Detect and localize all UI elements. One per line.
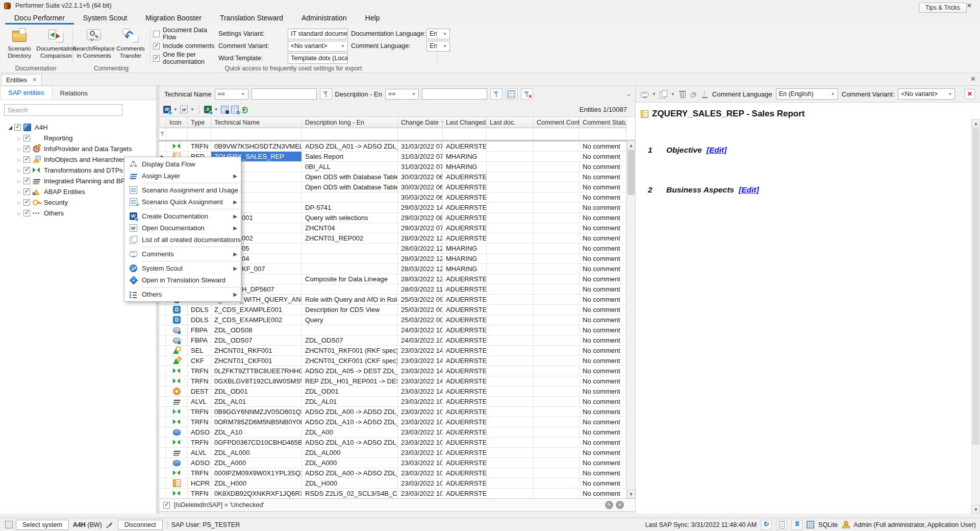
filter-operator-2-dropdown[interactable]: ==▼ xyxy=(385,89,419,100)
column-header-last-changed[interactable]: Last Changed... xyxy=(443,117,487,128)
tips-and-tricks-button[interactable]: Tips & Tricks xyxy=(919,3,967,13)
menu-tab-administration[interactable]: Administration xyxy=(292,12,356,25)
create-documentation-button[interactable] xyxy=(163,105,171,113)
menu-item-open-documentation[interactable]: Open Documentation▶ xyxy=(124,222,241,234)
row-expander[interactable] xyxy=(159,417,166,427)
filter-2-button[interactable] xyxy=(490,88,502,100)
filter-value-2-input[interactable] xyxy=(422,88,487,100)
chevron-down-icon[interactable]: ▼ xyxy=(671,92,675,96)
ribbon-button-comments-transfer[interactable]: Comments Transfer xyxy=(112,27,149,61)
pen-icon[interactable] xyxy=(106,521,114,528)
edit-filter-icon[interactable]: ✎ xyxy=(605,501,613,509)
expand-icon[interactable]: ▷ xyxy=(15,189,23,195)
row-expander[interactable] xyxy=(159,141,166,152)
row-expander[interactable] xyxy=(159,438,166,448)
checkbox-document-data-flow[interactable]: Document Data Flow xyxy=(153,27,215,41)
tab-entities[interactable]: Entities ✕ xyxy=(1,74,42,85)
filter-cell[interactable] xyxy=(487,128,534,140)
scroll-up-icon[interactable]: ▲ xyxy=(627,141,635,150)
ribbon-button-scenario-directory[interactable]: Scenario Directory xyxy=(1,27,38,61)
menu-tab-migration-booster[interactable]: Migration Booster xyxy=(136,12,211,25)
table-row[interactable]: HCPRZDL_H000ZDL_H00023/03/2022 10...ADUE… xyxy=(159,478,635,489)
delete-comment-button[interactable] xyxy=(679,90,686,98)
history-button[interactable] xyxy=(690,90,697,98)
sidebar-item-reporting[interactable]: ▷Reporting xyxy=(0,133,156,143)
expand-icon[interactable]: ▷ xyxy=(15,147,23,152)
filter-value-1-input[interactable] xyxy=(252,88,317,100)
table-row[interactable]: TRFN0B9GGY6NNMZJV0SO601QF7D6ADSO ZDL_A00… xyxy=(159,407,635,417)
collapse-icon[interactable]: ◢ xyxy=(6,125,14,130)
column-header-comment-conf[interactable]: Comment Conf... xyxy=(534,117,580,128)
refresh-button[interactable] xyxy=(241,105,248,113)
filter-operator-1-dropdown[interactable]: ==▼ xyxy=(215,89,248,100)
tree-checkbox[interactable] xyxy=(23,156,30,163)
checkbox-icon[interactable] xyxy=(153,43,160,50)
menu-item-scenario-quick-assignment[interactable]: Scenario Quick Assignment▶ xyxy=(124,196,241,208)
row-expander[interactable] xyxy=(159,387,166,397)
log-button[interactable] xyxy=(776,520,787,530)
row-expander[interactable] xyxy=(159,335,166,346)
close-filter-icon[interactable]: ✕ xyxy=(616,501,624,509)
table-row[interactable]: TRFN0GXBLGV8T192CL8W0SMSWRGFREP ZDL_H01_… xyxy=(159,376,635,387)
clear-filter-button[interactable]: ✕ xyxy=(521,88,533,100)
menu-item-display-data-flow[interactable]: Display Data Flow xyxy=(124,158,241,170)
publish-comment-button[interactable] xyxy=(701,90,709,98)
expand-icon[interactable]: ▷ xyxy=(15,157,23,162)
comment-variant-dropdown[interactable]: <No variant>▼ xyxy=(898,88,955,100)
expand-icon[interactable]: ▷ xyxy=(15,179,23,184)
copy-comment-button[interactable] xyxy=(660,90,667,98)
row-expander[interactable] xyxy=(159,376,166,387)
expand-icon[interactable]: ▷ xyxy=(15,200,23,205)
column-header-last-doc[interactable]: Last doc. xyxy=(487,117,534,128)
column-header-change-date[interactable]: Change Date▼ xyxy=(398,117,443,128)
chevron-down-icon[interactable]: ▼ xyxy=(173,107,178,112)
table-row[interactable]: FBPAZDL_ODS0824/03/2022 10...ADUERRSTEIN… xyxy=(159,325,635,335)
row-expander[interactable] xyxy=(159,325,166,335)
restore-layout-button[interactable] xyxy=(231,105,239,113)
table-row[interactable]: FBPAZDL_ODS07ZDL_ODS0724/03/2022 10...AD… xyxy=(159,335,635,346)
tree-checkbox[interactable] xyxy=(23,188,30,195)
menu-tab-translation-steward[interactable]: Translation Steward xyxy=(211,12,292,25)
filter-cell[interactable] xyxy=(398,128,443,140)
row-expander[interactable] xyxy=(159,427,166,438)
dropdown-comment-language[interactable]: En▼ xyxy=(426,41,450,52)
table-row[interactable]: DDLSZ_CDS_EXAMPLE002Query25/03/2022 00..… xyxy=(159,315,635,325)
table-row[interactable]: SELZHCNT01_RKF001ZHCNT01_RKF001 (RKF spe… xyxy=(159,346,635,356)
edit-objective-link[interactable]: [Edit] xyxy=(707,146,727,155)
dropdown-word-template[interactable]: Template.dotx (Local)▼ xyxy=(288,53,348,64)
column-header-techn-ical-name[interactable]: Techn​ical Name xyxy=(211,117,302,128)
menu-item-assign-layer[interactable]: Assign Layer▶ xyxy=(124,170,241,182)
filter-cell[interactable] xyxy=(188,128,211,140)
dropdown-settings-variant[interactable]: IT standard document...▼ xyxy=(288,29,348,39)
panel-chevron-icon[interactable]: ⌄ xyxy=(626,91,631,98)
filter-editor-button[interactable] xyxy=(506,88,518,100)
tab-relations[interactable]: Relations xyxy=(53,87,95,100)
tree-checkbox[interactable] xyxy=(14,124,21,131)
ribbon-button-documentation-comparison[interactable]: Documentation Comparison xyxy=(38,27,74,61)
menu-item-create-documentation[interactable]: Create Documentation▶ xyxy=(124,210,241,222)
table-row[interactable]: ADSOZDL_A10ZDL_A0023/03/2022 10...ADUERR… xyxy=(159,427,635,438)
tree-checkbox[interactable] xyxy=(23,178,30,184)
checkbox-icon[interactable] xyxy=(153,55,160,62)
row-expander[interactable] xyxy=(159,458,166,468)
table-row[interactable]: TRFN0ORM785ZD6M5NB5NB0Y0HL7FADSO ZDL_A10… xyxy=(159,417,635,427)
disconnect-button[interactable]: Disconnect xyxy=(118,520,163,530)
tab-sap-entities[interactable]: SAP entities xyxy=(0,86,53,100)
chevron-down-icon[interactable]: ▼ xyxy=(214,107,218,112)
transfer-queue-button[interactable] xyxy=(791,520,802,530)
tree-checkbox[interactable] xyxy=(23,210,30,216)
expand-icon[interactable]: ▷ xyxy=(15,136,23,141)
filter-cell[interactable] xyxy=(211,128,302,140)
table-scrollbar[interactable]: ▲ ▼ xyxy=(626,141,635,498)
ribbon-button-search-replace-in-comments[interactable]: Search/Replace in Comments xyxy=(76,27,112,61)
dropdown-documentation-language[interactable]: En▼ xyxy=(426,29,450,39)
edit-business-aspects-link[interactable]: [Edit] xyxy=(739,185,759,195)
save-layout-button[interactable] xyxy=(221,105,229,113)
dropdown-comment-variant[interactable]: <No variant>▼ xyxy=(288,41,348,52)
sidebar-item-infoprovider-and-data-targets[interactable]: ▷InfoProvider and Data Targets xyxy=(0,143,156,154)
row-expander[interactable] xyxy=(159,489,166,499)
row-expander[interactable] xyxy=(159,448,166,458)
tabbar-close-icon[interactable]: ✕ xyxy=(970,75,976,83)
document-scrollbar[interactable]: ▲ ▼ xyxy=(971,119,980,514)
scrollbar-thumb[interactable] xyxy=(972,128,979,445)
